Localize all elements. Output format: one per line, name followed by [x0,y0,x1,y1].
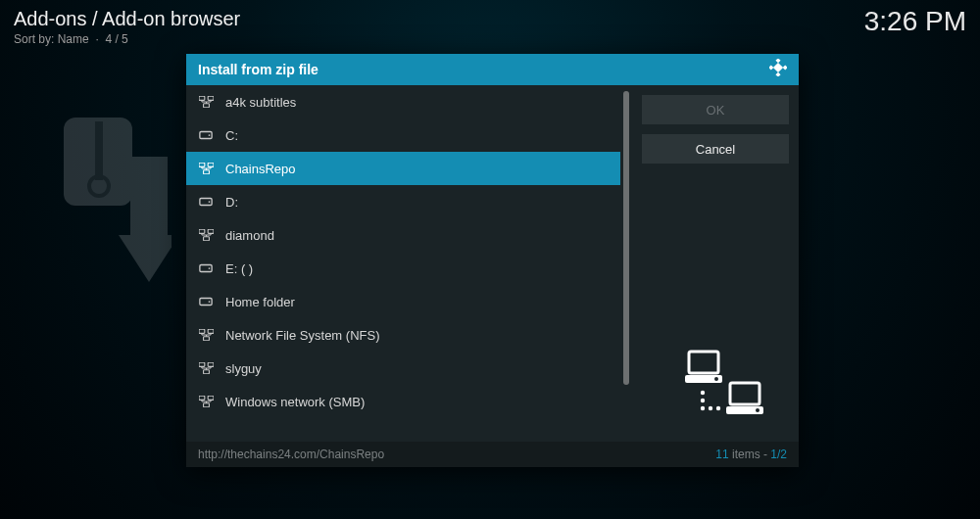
svg-rect-34 [208,396,214,400]
clock: 3:26 PM [864,6,966,37]
file-row-label: Windows network (SMB) [225,395,365,409]
svg-rect-8 [775,72,780,76]
sort-label[interactable]: Sort by: Name [14,32,89,46]
svg-point-43 [701,399,705,402]
page-indicator: 4 / 5 [105,32,127,46]
scrollbar[interactable] [623,91,629,436]
svg-rect-1 [95,121,103,180]
svg-point-45 [709,406,712,410]
file-row-label: slyguy [225,361,262,376]
network-icon [198,161,214,176]
file-row[interactable]: Network File System (NFS) [186,318,620,352]
install-from-zip-dialog: Install from zip file a4k subtitlesC:Cha… [186,54,799,467]
svg-rect-7 [783,65,787,70]
dialog-title: Install from zip file [198,62,318,77]
source-preview-icon [662,333,769,426]
svg-rect-32 [203,370,209,374]
dialog-header: Install from zip file [186,54,799,85]
file-row-label: ChainsRepo [225,162,296,176]
cancel-button[interactable]: Cancel [642,134,789,164]
svg-point-26 [209,301,211,303]
svg-point-19 [209,201,211,203]
svg-point-14 [209,134,211,136]
file-row[interactable]: C: [186,118,620,152]
svg-rect-36 [689,352,718,373]
footer-item-count: 11 [715,448,728,461]
svg-rect-27 [199,329,205,333]
svg-point-38 [714,377,718,381]
svg-rect-12 [203,104,209,108]
file-row-label: Network File System (NFS) [225,328,379,343]
network-icon [198,94,214,110]
svg-point-46 [716,406,720,410]
ok-button[interactable]: OK [642,95,789,124]
svg-point-41 [756,408,760,412]
file-row[interactable]: a4k subtitles [186,85,620,118]
svg-point-44 [701,406,705,410]
file-row-label: a4k subtitles [225,95,296,110]
svg-rect-3 [130,157,168,235]
svg-rect-28 [208,329,214,333]
file-row-label: C: [225,128,238,143]
svg-rect-9 [773,63,783,72]
svg-rect-22 [203,237,209,241]
network-icon [198,394,214,409]
svg-rect-29 [203,337,209,341]
file-row[interactable]: E: ( ) [186,252,620,285]
footer-items-suffix: items - [729,448,771,461]
drive-icon [198,294,214,309]
scrollbar-thumb[interactable] [623,91,629,385]
svg-rect-17 [203,170,209,174]
svg-rect-15 [199,163,205,166]
sort-line: Sort by: Name · 4 / 5 [14,32,966,46]
dialog-footer: http://thechains24.com/ChainsRepo 11 ite… [186,442,799,467]
svg-rect-30 [199,362,205,366]
svg-rect-11 [208,96,214,100]
drive-icon [198,194,214,210]
file-row-label: E: ( ) [225,261,253,276]
svg-rect-20 [199,229,205,233]
kodi-logo-icon [769,59,787,80]
svg-rect-33 [199,396,205,400]
file-row[interactable]: diamond [186,218,620,252]
network-icon [198,327,214,343]
svg-rect-5 [775,59,780,63]
network-icon [198,360,214,376]
breadcrumb[interactable]: Add-ons / Add-on browser [14,8,966,30]
svg-rect-39 [730,383,760,404]
svg-rect-35 [203,403,209,407]
svg-point-24 [209,267,211,269]
svg-rect-31 [208,362,214,366]
drive-icon [198,127,214,143]
footer-path: http://thechains24.com/ChainsRepo [198,448,384,461]
svg-marker-4 [119,235,172,282]
file-row-label: Home folder [225,295,295,309]
zip-download-icon [54,118,172,284]
file-row-label: D: [225,195,238,210]
file-row[interactable]: ChainsRepo [186,152,620,185]
svg-point-42 [701,391,705,395]
file-row[interactable]: D: [186,185,620,218]
file-row-label: diamond [225,228,274,243]
footer-page: 1/2 [770,448,787,461]
file-row[interactable]: Windows network (SMB) [186,385,620,418]
file-list[interactable]: a4k subtitlesC:ChainsRepoD:diamondE: ( )… [186,85,620,442]
network-icon [198,227,214,243]
svg-rect-6 [769,65,773,70]
svg-rect-16 [208,163,214,166]
drive-icon [198,260,214,276]
file-row[interactable]: slyguy [186,352,620,385]
file-row[interactable]: Home folder [186,285,620,318]
svg-rect-10 [199,96,205,100]
svg-rect-21 [208,229,214,233]
